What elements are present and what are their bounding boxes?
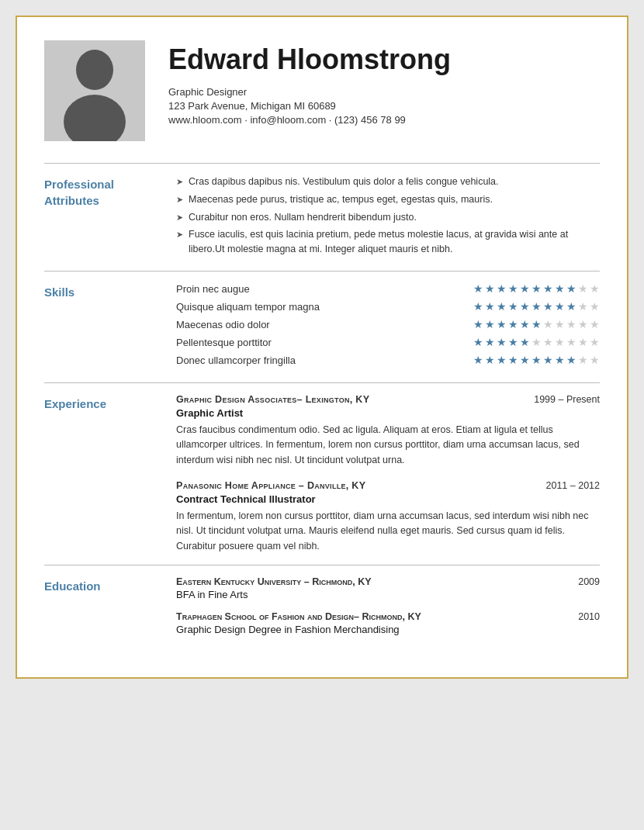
star-filled: ★ [508, 300, 518, 313]
star-filled: ★ [520, 300, 530, 313]
skills-label: Skills [44, 282, 176, 300]
star-filled: ★ [473, 282, 483, 296]
candidate-name: Edward Hloomstrong [168, 44, 600, 75]
star-filled: ★ [566, 282, 576, 296]
skill-row: Proin nec augue★★★★★★★★★★★ [176, 282, 600, 296]
star-filled: ★ [497, 300, 507, 313]
avatar [44, 40, 145, 141]
star-filled: ★ [485, 336, 495, 349]
star-empty: ★ [590, 354, 600, 367]
star-filled: ★ [566, 300, 576, 313]
star-filled: ★ [508, 354, 518, 367]
star-filled: ★ [520, 282, 530, 296]
star-filled: ★ [508, 282, 518, 296]
professional-attributes-section: ProfessionalAttributes Cras dapibus dapi… [44, 164, 600, 271]
star-empty: ★ [590, 282, 600, 296]
star-empty: ★ [555, 336, 565, 349]
star-filled: ★ [520, 336, 530, 349]
star-filled: ★ [497, 354, 507, 367]
star-filled: ★ [497, 282, 507, 296]
experience-content: Graphic Design Associates– Lexington, KY… [176, 394, 600, 554]
skill-stars: ★★★★★★★★★★★ [473, 354, 600, 367]
edu-school: Eastern Kentucky University – Richmond, … [176, 576, 372, 587]
star-filled: ★ [473, 300, 483, 313]
attr-item-1: Cras dapibus dapibus nis. Vestibulum qui… [176, 175, 600, 189]
star-empty: ★ [543, 318, 553, 331]
job-title: Graphic Designer [168, 86, 600, 98]
skill-name: Pellentesque porttitor [176, 337, 272, 348]
exp-header: Panasonic Home Appliance – Danville, KY2… [176, 480, 600, 491]
skill-row: Donec ullamcorper fringilla★★★★★★★★★★★ [176, 354, 600, 367]
star-empty: ★ [578, 318, 588, 331]
education-block: Traphagen School of Fashion and Design– … [176, 611, 600, 635]
edu-degree: Graphic Design Degree in Fashion Merchan… [176, 624, 600, 635]
attr-item-3: Curabitur non eros. Nullam hendrerit bib… [176, 210, 600, 225]
exp-desc: In fermentum, lorem non cursus porttitor… [176, 509, 600, 554]
star-empty: ★ [578, 300, 588, 313]
edu-year: 2010 [578, 611, 600, 622]
education-section: Education Eastern Kentucky University – … [44, 565, 600, 646]
skill-row: Quisque aliquam tempor magna★★★★★★★★★★★ [176, 300, 600, 313]
skill-name: Quisque aliquam tempor magna [176, 301, 320, 313]
edu-header: Eastern Kentucky University – Richmond, … [176, 576, 600, 587]
edu-year: 2009 [578, 576, 600, 587]
experience-block: Panasonic Home Appliance – Danville, KY2… [176, 480, 600, 554]
star-empty: ★ [590, 318, 600, 331]
star-filled: ★ [497, 336, 507, 349]
header-info: Edward Hloomstrong Graphic Designer 123 … [168, 40, 600, 126]
edu-degree: BFA in Fine Arts [176, 589, 600, 600]
skill-row: Maecenas odio dolor★★★★★★★★★★★ [176, 318, 600, 331]
skill-stars: ★★★★★★★★★★★ [473, 300, 600, 313]
education-label: Education [44, 576, 176, 594]
star-filled: ★ [473, 318, 483, 331]
star-empty: ★ [543, 336, 553, 349]
star-filled: ★ [531, 282, 542, 296]
experience-section: Experience Graphic Design Associates– Le… [44, 383, 600, 565]
star-filled: ★ [508, 336, 518, 349]
star-filled: ★ [508, 318, 518, 331]
star-empty: ★ [590, 336, 600, 349]
contact: www.hloom.com · info@hloom.com · (123) 4… [168, 114, 600, 126]
exp-role: Graphic Artist [176, 407, 600, 419]
attr-item-2: Maecenas pede purus, tristique ac, tempu… [176, 192, 600, 207]
star-filled: ★ [497, 318, 507, 331]
professional-attributes-label: ProfessionalAttributes [44, 175, 176, 209]
star-empty: ★ [590, 300, 600, 313]
skill-name: Proin nec augue [176, 283, 250, 295]
experience-block: Graphic Design Associates– Lexington, KY… [176, 394, 600, 468]
star-empty: ★ [578, 354, 588, 367]
skills-content: Proin nec augue★★★★★★★★★★★Quisque aliqua… [176, 282, 600, 372]
star-filled: ★ [555, 282, 565, 296]
address: 123 Park Avenue, Michigan MI 60689 [168, 100, 600, 112]
professional-attributes-content: Cras dapibus dapibus nis. Vestibulum qui… [176, 175, 600, 260]
education-block: Eastern Kentucky University – Richmond, … [176, 576, 600, 600]
skill-row: Pellentesque porttitor★★★★★★★★★★★ [176, 336, 600, 349]
skill-name: Donec ullamcorper fringilla [176, 354, 296, 366]
star-filled: ★ [543, 300, 553, 313]
star-filled: ★ [485, 300, 495, 313]
skill-stars: ★★★★★★★★★★★ [473, 336, 600, 349]
star-filled: ★ [520, 354, 530, 367]
resume-document: Edward Hloomstrong Graphic Designer 123 … [16, 16, 628, 679]
skill-stars: ★★★★★★★★★★★ [473, 282, 600, 296]
star-filled: ★ [555, 300, 565, 313]
exp-desc: Cras faucibus condimentum odio. Sed ac l… [176, 423, 600, 468]
exp-company: Graphic Design Associates– Lexington, KY [176, 394, 369, 405]
star-filled: ★ [531, 318, 542, 331]
star-filled: ★ [485, 354, 495, 367]
star-filled: ★ [531, 354, 542, 367]
svg-point-1 [64, 95, 126, 141]
exp-role: Contract Technical Illustrator [176, 493, 600, 505]
star-filled: ★ [566, 354, 576, 367]
exp-dates: 2011 – 2012 [545, 480, 600, 491]
skill-stars: ★★★★★★★★★★★ [473, 318, 600, 331]
edu-school: Traphagen School of Fashion and Design– … [176, 611, 421, 622]
star-filled: ★ [543, 354, 553, 367]
attr-item-4: Fusce iaculis, est quis lacinia pretium,… [176, 227, 600, 257]
star-filled: ★ [473, 336, 483, 349]
svg-point-0 [76, 50, 113, 90]
star-empty: ★ [578, 282, 588, 296]
exp-header: Graphic Design Associates– Lexington, KY… [176, 394, 600, 405]
exp-company: Panasonic Home Appliance – Danville, KY [176, 480, 365, 491]
exp-dates: 1999 – Present [534, 394, 600, 405]
